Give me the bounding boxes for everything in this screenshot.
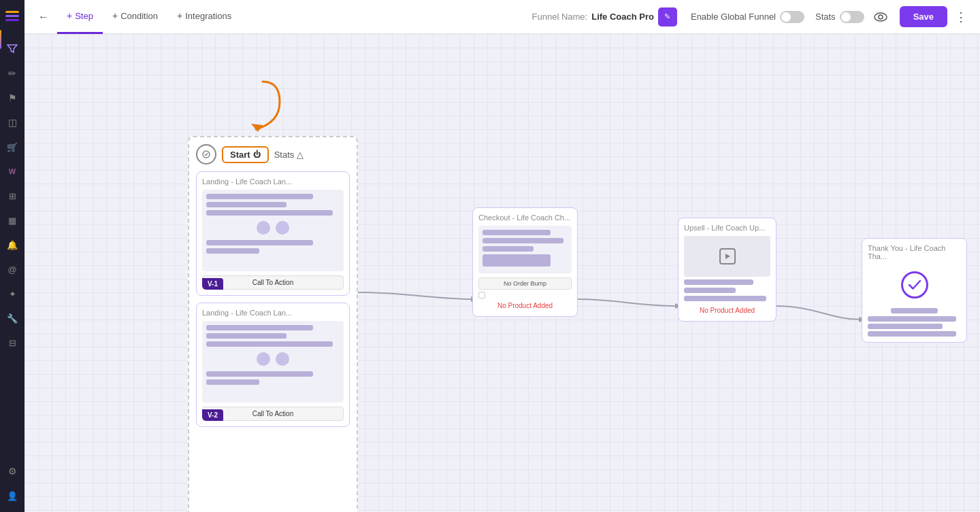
preview-button[interactable] (870, 6, 892, 28)
global-funnel-section: Enable Global Funnel (691, 11, 804, 23)
at-icon[interactable]: @ (1, 258, 23, 280)
tab-step[interactable]: + Step (57, 0, 103, 34)
upsell-card[interactable]: Upsell - Life Coach Up... No Product Add… (678, 218, 777, 322)
cta-button-1[interactable]: Call To Action (202, 275, 344, 290)
stats-toggle[interactable] (840, 11, 864, 23)
user-icon[interactable]: 👤 (1, 485, 23, 507)
preview-bar (483, 246, 534, 252)
thankyou-card[interactable]: Thank You - Life Coach Tha... (862, 238, 967, 343)
star-icon[interactable]: ✦ (1, 283, 23, 305)
svg-rect-0 (5, 11, 19, 13)
preview-circle (276, 352, 289, 366)
shop-icon[interactable]: 🛒 (1, 136, 23, 158)
preview-bar (206, 341, 333, 347)
chart-icon[interactable]: ▦ (1, 209, 23, 231)
svg-marker-10 (725, 254, 730, 259)
svg-point-4 (879, 15, 883, 19)
preview-bar (206, 210, 333, 216)
preview-bar (684, 296, 766, 301)
preview-bar (206, 371, 313, 377)
preview-bar (206, 194, 313, 199)
checkmark-circle-icon (901, 271, 928, 298)
preview-bar (483, 254, 551, 267)
cta-button-2[interactable]: Call To Action (202, 407, 344, 421)
tab-condition[interactable]: + Condition (103, 0, 167, 34)
logo-icon[interactable] (1, 5, 23, 27)
funnel-name-section: Funnel Name: Life Coach Pro ✎ (532, 7, 677, 27)
tools-icon[interactable]: 🔧 (1, 307, 23, 329)
enable-global-toggle[interactable] (780, 11, 804, 23)
preview-bar (206, 325, 313, 330)
preview-bar (868, 331, 956, 337)
main-content: ← + Step + Condition + Integrations Funn… (24, 0, 980, 512)
preview-bar (206, 379, 259, 385)
preview-bar (868, 316, 956, 322)
version-badge-2: V-2 (202, 409, 223, 421)
preview-circle (276, 221, 289, 235)
checkout-card[interactable]: Checkout - Life Coach Ch... No Order Bum… (472, 207, 578, 317)
preview-bar (206, 240, 313, 245)
landing-card-2[interactable]: Landing - Life Coach Lan... (196, 303, 350, 427)
grid-icon[interactable]: ⊞ (1, 185, 23, 207)
start-button[interactable]: Start ⏻ (222, 146, 269, 163)
preview-circle (257, 221, 270, 235)
bell-icon[interactable]: 🔔 (1, 234, 23, 256)
funnel-name-value: Life Coach Pro (591, 12, 654, 22)
svg-rect-2 (5, 19, 19, 21)
top-navigation: ← + Step + Condition + Integrations Funn… (24, 0, 980, 34)
landing1-preview (202, 190, 344, 271)
play-icon (719, 248, 736, 264)
svg-point-3 (875, 13, 887, 21)
landing2-preview (202, 321, 344, 403)
funnel-icon[interactable] (1, 38, 23, 60)
thankyou-title: Thank You - Life Coach Tha... (868, 244, 961, 260)
checkout-title: Checkout - Life Coach Ch... (478, 214, 572, 222)
more-options-button[interactable]: ⋮ (950, 6, 972, 28)
funnel-name-label: Funnel Name: (532, 12, 588, 22)
back-button[interactable]: ← (33, 6, 54, 28)
sidebar: ✏ ⚑ ◫ 🛒 W ⊞ ▦ 🔔 @ ✦ 🔧 ⊟ ⚙ 👤 (0, 0, 24, 512)
thankyou-checkmark (868, 264, 961, 305)
preview-bar (206, 202, 287, 207)
preview-bar (483, 230, 551, 235)
preview-bar (891, 308, 938, 313)
preview-bar (206, 248, 259, 254)
preview-bar (206, 333, 287, 339)
upsell-no-product: No Product Added (684, 305, 770, 315)
start-stats-button[interactable]: Stats △ (274, 150, 304, 160)
checkout-no-product: No Product Added (478, 301, 572, 311)
flag-icon[interactable]: ⚑ (1, 87, 23, 109)
start-block: Start ⏻ Stats △ Landing - Life Coach Lan… (188, 136, 358, 512)
no-order-bump-label: No Order Bump (478, 277, 572, 290)
svg-marker-5 (251, 124, 263, 132)
landing1-title: Landing - Life Coach Lan... (202, 177, 344, 186)
pen-icon[interactable]: ✏ (1, 63, 23, 84)
stats-label: Stats (815, 12, 836, 22)
svg-rect-1 (5, 15, 19, 17)
layers-icon[interactable]: ◫ (1, 112, 23, 133)
landing-card-1[interactable]: Landing - Life Coach Lan... (196, 171, 350, 296)
preview-bar (684, 279, 753, 285)
checkout-preview (478, 226, 572, 273)
preview-bar (483, 238, 564, 243)
tab-integrations[interactable]: + Integrations (167, 0, 241, 34)
version-badge-1: V-1 (202, 278, 223, 290)
upsell-video-preview (684, 236, 770, 277)
save-button[interactable]: Save (900, 6, 947, 27)
upsell-title: Upsell - Life Coach Up... (684, 224, 770, 232)
preview-bar (868, 324, 943, 329)
start-arrow-icon (225, 75, 293, 143)
preview-bar (684, 288, 736, 293)
preview-circle (257, 352, 270, 366)
funnel-canvas[interactable]: Start ⏻ Stats △ Landing - Life Coach Lan… (24, 34, 980, 512)
order-bump-checkbox[interactable] (478, 292, 485, 298)
start-settings-icon[interactable] (196, 144, 216, 165)
blocks-icon[interactable]: ⊟ (1, 332, 23, 354)
edit-funnel-name-button[interactable]: ✎ (658, 7, 677, 27)
gear-icon[interactable]: ⚙ (1, 460, 23, 482)
landing2-title: Landing - Life Coach Lan... (202, 309, 344, 317)
enable-global-label: Enable Global Funnel (691, 12, 776, 22)
woo-icon[interactable]: W (1, 160, 23, 182)
start-header: Start ⏻ Stats △ (196, 144, 350, 165)
stats-section: Stats (815, 11, 864, 23)
